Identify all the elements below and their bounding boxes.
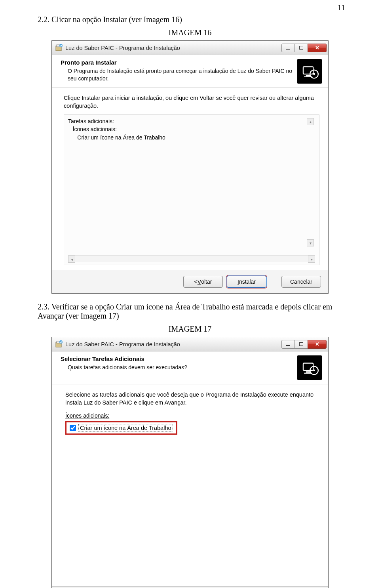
install-button[interactable]: Instalar: [227, 276, 266, 288]
svg-point-7: [313, 73, 315, 75]
header-title: Selecionar Tarefas Adicionais: [61, 355, 293, 362]
installer-dialog-tasks: Luz do Saber PAIC - Programa de Instalaç…: [51, 337, 329, 588]
back-button[interactable]: < Voltar: [183, 276, 223, 288]
step-2-2-text: 2.2. Clicar na opção Instalar (ver Image…: [38, 15, 342, 24]
wizard-header: Pronto para Instalar O Programa de Insta…: [52, 55, 328, 88]
button-row: < Voltar Instalar Cancelar: [52, 270, 328, 293]
computer-disc-icon: [297, 59, 322, 84]
section-label: Ícones adicionais:: [65, 412, 319, 419]
title-text: Luz do Saber PAIC - Programa de Instalaç…: [65, 45, 282, 51]
installer-dialog-ready: Luz do Saber PAIC - Programa de Instalaç…: [51, 40, 329, 294]
caption-imagem-16: IMAGEM 16: [38, 28, 342, 37]
step-2-3-text: 2.3. Verificar se a opção Criar um ícone…: [38, 302, 342, 321]
create-desktop-icon-checkbox[interactable]: Criar um ícone na Área de Trabalho: [65, 421, 177, 435]
horizontal-scrollbar[interactable]: ◂ ▸: [68, 255, 315, 262]
svg-point-15: [313, 370, 315, 372]
maximize-button[interactable]: [294, 44, 308, 52]
header-title: Pronto para Instalar: [61, 59, 293, 66]
installer-icon: [55, 340, 63, 348]
wizard-header: Selecionar Tarefas Adicionais Quais tare…: [52, 351, 328, 384]
summary-line: Criar um ícone na Área de Trabalho: [68, 134, 315, 141]
checkbox-input[interactable]: [70, 425, 76, 431]
installer-icon: [55, 44, 63, 52]
close-button[interactable]: ✕: [308, 44, 327, 52]
scroll-left-icon[interactable]: ◂: [68, 256, 75, 263]
titlebar[interactable]: Luz do Saber PAIC - Programa de Instalaç…: [52, 41, 328, 55]
body-instructions: Selecione as tarefas adicionais que você…: [65, 391, 319, 407]
title-text: Luz do Saber PAIC - Programa de Instalaç…: [65, 341, 282, 347]
computer-disc-icon: [297, 355, 322, 380]
caption-imagem-17: IMAGEM 17: [38, 325, 342, 334]
button-row: < Voltar Avançar > Cancelar: [52, 586, 328, 588]
scroll-up-icon[interactable]: ▴: [307, 118, 314, 125]
header-subtitle: Quais tarefas adicionais devem ser execu…: [61, 364, 293, 371]
header-subtitle: O Programa de Instalação está pronto par…: [61, 67, 293, 82]
checkbox-label: Criar um ícone na Área de Trabalho: [78, 424, 173, 432]
page-number: 11: [338, 3, 345, 12]
minimize-button[interactable]: [281, 340, 295, 349]
cancel-button[interactable]: Cancelar: [281, 276, 321, 288]
scroll-right-icon[interactable]: ▸: [308, 256, 315, 263]
summary-line: Tarefas adicionais:: [68, 117, 315, 125]
scroll-down-icon[interactable]: ▾: [307, 239, 314, 246]
summary-textbox[interactable]: Tarefas adicionais: Ícones adicionais: C…: [64, 115, 319, 265]
titlebar[interactable]: Luz do Saber PAIC - Programa de Instalaç…: [52, 337, 328, 351]
maximize-button[interactable]: [294, 340, 308, 349]
summary-line: Ícones adicionais:: [68, 125, 315, 133]
minimize-button[interactable]: [281, 44, 295, 52]
close-button[interactable]: ✕: [308, 340, 327, 349]
body-instructions: Clique Instalar para iniciar a instalaçã…: [64, 94, 319, 110]
